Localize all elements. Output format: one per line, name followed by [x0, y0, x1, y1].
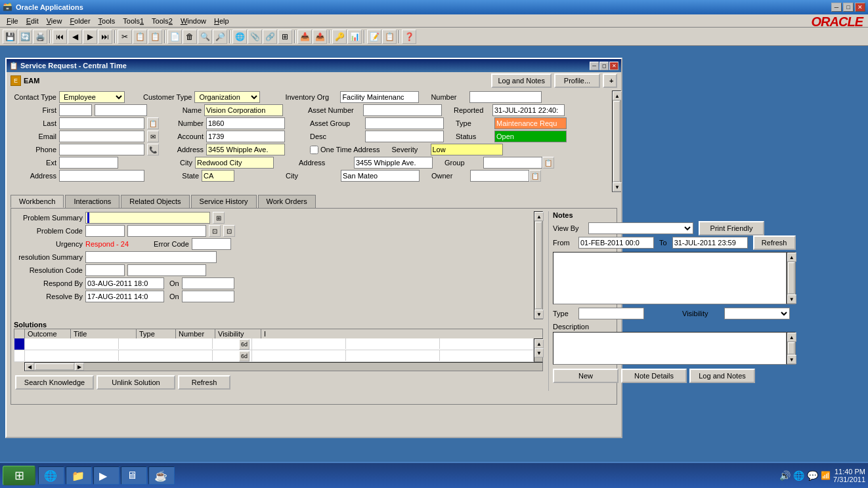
- email-icon-btn[interactable]: ✉: [147, 131, 159, 142]
- phone-input[interactable]: [59, 144, 144, 155]
- desc-scrollbar[interactable]: ▲ ▼: [787, 332, 796, 365]
- asset-number-input[interactable]: [363, 104, 442, 116]
- resolution-code2-input[interactable]: [127, 264, 206, 276]
- description-textarea[interactable]: [553, 332, 787, 365]
- menu-folder[interactable]: Folder: [66, 16, 94, 26]
- tb-expand-btn[interactable]: ⊞: [278, 30, 292, 44]
- tb-query-btn[interactable]: 🔎: [213, 30, 227, 44]
- on2-input[interactable]: [182, 291, 234, 302]
- tb-first-btn[interactable]: ⏮: [53, 30, 67, 44]
- outcome2-input[interactable]: [25, 350, 119, 361]
- tb-last-btn[interactable]: ⏭: [98, 30, 112, 44]
- tb-find-btn[interactable]: 🔍: [198, 30, 212, 44]
- title2-input[interactable]: [119, 350, 213, 361]
- owner-input[interactable]: [470, 170, 529, 182]
- title1-input[interactable]: [119, 338, 213, 349]
- contact-type-select[interactable]: Employee: [59, 91, 125, 103]
- type2-btn[interactable]: 6d: [239, 351, 250, 361]
- notes-scroll-down-btn[interactable]: ▼: [787, 295, 796, 304]
- tb-new-btn[interactable]: 📄: [167, 30, 182, 44]
- tb-next-btn[interactable]: ▶: [83, 30, 97, 44]
- tb-web-btn[interactable]: 🌐: [232, 30, 247, 44]
- desc-input[interactable]: [365, 131, 444, 142]
- number2-input[interactable]: [206, 117, 285, 129]
- volume-icon[interactable]: 🔊: [779, 470, 791, 481]
- problem-code-input[interactable]: [85, 225, 125, 237]
- window-minimize-btn[interactable]: ─: [831, 3, 842, 12]
- sol-hscroll-left-btn[interactable]: ◀: [25, 363, 34, 371]
- tb-key-btn[interactable]: 🔑: [332, 30, 347, 44]
- notes-textarea[interactable]: [553, 252, 787, 304]
- window-maximize-btn[interactable]: □: [843, 3, 854, 12]
- tab-work-orders[interactable]: Work Orders: [258, 195, 316, 208]
- menu-help[interactable]: Help: [210, 16, 233, 26]
- taskbar-explorer[interactable]: 📁: [66, 466, 92, 485]
- add-btn[interactable]: +: [603, 73, 617, 88]
- number-input[interactable]: [469, 91, 542, 103]
- profile-btn[interactable]: Profile...: [554, 73, 600, 88]
- inventory-org-input[interactable]: [340, 91, 419, 103]
- tb-save-btn[interactable]: 💾: [3, 30, 17, 44]
- taskbar-app1[interactable]: 🖥: [121, 466, 147, 485]
- state-input[interactable]: [202, 170, 234, 182]
- asset-group-input[interactable]: [365, 117, 444, 129]
- resolution-code-input[interactable]: [85, 264, 125, 276]
- menu-tools[interactable]: Tools: [95, 16, 119, 26]
- resolution-summary-input[interactable]: [85, 251, 217, 263]
- tb-print-btn[interactable]: 🖨️: [33, 30, 47, 44]
- taskbar-ie[interactable]: 🌐: [38, 466, 64, 485]
- number2-input2[interactable]: [252, 350, 346, 361]
- notes-log-notes-btn[interactable]: Log and Notes: [689, 369, 755, 383]
- group-input[interactable]: [483, 157, 542, 169]
- scroll-thumb[interactable]: [613, 101, 620, 182]
- tb-attach-btn[interactable]: 📎: [248, 30, 262, 44]
- one-time-address-checkbox[interactable]: [310, 146, 318, 154]
- last-name-input[interactable]: [59, 117, 144, 129]
- tb-chart-btn[interactable]: 📊: [347, 30, 362, 44]
- type-input[interactable]: [494, 117, 567, 129]
- solutions-scrollbar[interactable]: ▲ ▼: [534, 338, 543, 362]
- problem-code2-input[interactable]: [127, 225, 206, 237]
- problem-code-btn[interactable]: ⊡: [209, 225, 221, 237]
- resolve-by-input[interactable]: [85, 291, 164, 302]
- view-by-select[interactable]: [588, 222, 693, 234]
- dialog-close-btn[interactable]: ✕: [609, 62, 618, 70]
- taskbar-java[interactable]: ☕: [148, 466, 175, 485]
- scroll-down-btn[interactable]: ▼: [613, 182, 622, 192]
- window-close-btn[interactable]: ✕: [855, 3, 865, 12]
- sol-scroll-down-btn[interactable]: ▼: [534, 348, 544, 357]
- address-input[interactable]: [59, 170, 144, 182]
- to-input[interactable]: [672, 237, 748, 249]
- menu-edit[interactable]: Edit: [22, 16, 43, 26]
- tb-cut-btn[interactable]: ✂: [118, 30, 132, 44]
- tb-refresh-btn[interactable]: 🔄: [18, 30, 32, 44]
- log-notes-btn[interactable]: Log and Notes: [491, 73, 552, 88]
- tb-copy-btn[interactable]: 📋: [133, 30, 147, 44]
- scroll-up-btn[interactable]: ▲: [613, 91, 622, 100]
- menu-tools2[interactable]: Tools2: [148, 16, 177, 26]
- solutions-hscrollbar[interactable]: ◀ ▶: [24, 362, 543, 371]
- network-icon[interactable]: 🌐: [793, 470, 804, 481]
- tb-delete-btn[interactable]: 🗑: [183, 30, 197, 44]
- desc-scroll-up-btn[interactable]: ▲: [787, 333, 796, 342]
- email-input[interactable]: [59, 131, 144, 142]
- chat-icon[interactable]: 💬: [807, 470, 818, 481]
- address3-input[interactable]: [354, 157, 433, 169]
- sol-hscroll-thumb[interactable]: [35, 363, 74, 370]
- first-name-input[interactable]: [59, 104, 92, 116]
- error-code-input[interactable]: [192, 238, 231, 250]
- notes-scroll-up-btn[interactable]: ▲: [787, 253, 796, 262]
- menu-tools1[interactable]: Tools1: [119, 16, 148, 26]
- desc-scroll-down-btn[interactable]: ▼: [787, 355, 796, 364]
- phone-icon-btn[interactable]: 📞: [147, 144, 159, 155]
- owner-browse-btn[interactable]: 📋: [529, 170, 541, 182]
- notes-type-input[interactable]: [578, 308, 644, 319]
- i1-input[interactable]: [440, 338, 533, 349]
- tab-interactions[interactable]: Interactions: [65, 195, 119, 208]
- menu-view[interactable]: View: [43, 16, 66, 26]
- i2-input[interactable]: [440, 350, 533, 361]
- wb-scroll-thumb[interactable]: [535, 222, 542, 309]
- form-scrollbar[interactable]: ▲ ▼: [612, 91, 621, 192]
- reported-input[interactable]: [492, 104, 565, 116]
- tb-paste-btn[interactable]: 📋: [148, 30, 162, 44]
